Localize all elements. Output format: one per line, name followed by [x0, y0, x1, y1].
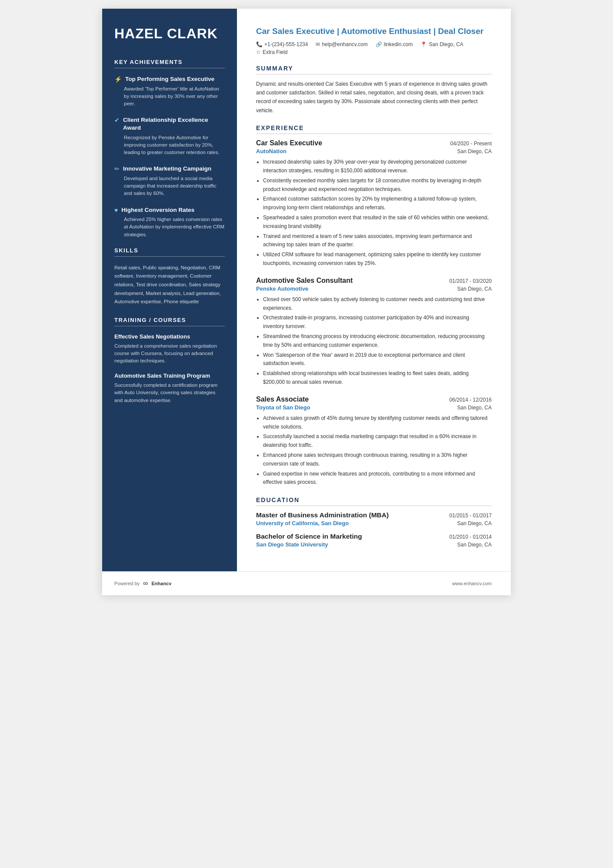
experience-divider [256, 134, 492, 134]
experience-block: Automotive Sales Consultant 01/2017 - 03… [256, 277, 492, 387]
edu-dates: 01/2015 - 01/2017 [450, 513, 492, 519]
bullet-item: Utilized CRM software for lead managemen… [263, 251, 492, 268]
exp-bullets: Increased dealership sales by 30% year-o… [256, 158, 492, 268]
brand-name: Enhancv [152, 581, 172, 586]
achievement-title: Top Performing Sales Executive [125, 75, 214, 83]
achievement-desc: Achieved 25% higher sales conversion rat… [114, 216, 225, 238]
achievement-item: ✔ Client Relationship Excellence Award R… [114, 116, 225, 156]
training-section-title: TRAINING / COURSES [114, 317, 225, 323]
bullet-item: Achieved a sales growth of 45% during te… [263, 414, 492, 432]
skills-divider [114, 256, 225, 257]
enhancv-logo-icon: ∞ [143, 580, 148, 587]
achievements-section-title: KEY ACHIEVEMENTS [114, 59, 225, 65]
achievement-desc: Developed and launched a social media ca… [114, 175, 225, 198]
phone-contact: 📞 +1-(234)-555-1234 [256, 41, 308, 47]
exp-dates: 04/2020 - Present [450, 141, 492, 147]
achievement-desc: Awarded 'Top Performer' title at AutoNat… [114, 85, 225, 108]
job-title: Car Sales Executive | Automotive Enthusi… [256, 26, 492, 37]
email-text: help@enhancv.com [322, 41, 367, 47]
training-list: Effective Sales Negotiations Completed a… [114, 333, 225, 404]
edu-degree: Master of Business Administration (MBA) [256, 511, 389, 519]
contact-row: 📞 +1-(234)-555-1234 ✉ help@enhancv.com 🔗… [256, 41, 492, 47]
summary-title: SUMMARY [256, 65, 492, 72]
phone-text: +1-(234)-555-1234 [264, 41, 308, 47]
sidebar: HAZEL CLARK KEY ACHIEVEMENTS ⚡ Top Perfo… [102, 9, 237, 571]
edu-dates: 01/2010 - 01/2014 [450, 534, 492, 540]
achievement-item: ✏ Innovative Marketing Campaign Develope… [114, 165, 225, 197]
experience-title: EXPERIENCE [256, 124, 492, 131]
edu-school: University of California, San Diego [256, 520, 349, 526]
training-title: Effective Sales Negotiations [114, 333, 225, 341]
bullet-item: Enhanced customer satisfaction scores by… [263, 195, 492, 212]
achievement-item: ⚡ Top Performing Sales Executive Awarded… [114, 75, 225, 107]
exp-job-title: Car Sales Executive [256, 139, 322, 147]
education-block: Bachelor of Science in Marketing 01/2010… [256, 533, 492, 548]
achievement-title: Innovative Marketing Campaign [123, 165, 211, 173]
achievement-item: ♥ Highest Conversion Rates Achieved 25% … [114, 206, 225, 238]
main-content: Car Sales Executive | Automotive Enthusi… [237, 9, 511, 571]
footer-left: Powered by ∞ Enhancv [114, 580, 171, 587]
exp-company: AutoNation [256, 148, 287, 154]
candidate-name: HAZEL CLARK [114, 26, 225, 41]
training-title: Automotive Sales Training Program [114, 372, 225, 380]
linkedin-icon: 🔗 [376, 41, 382, 47]
bullet-item: Streamlined the financing process by int… [263, 332, 492, 350]
bullet-item: Trained and mentored a team of 5 new sal… [263, 232, 492, 250]
exp-company: Toyota of San Diego [256, 404, 310, 411]
powered-by-label: Powered by [114, 581, 140, 586]
email-contact: ✉ help@enhancv.com [316, 41, 367, 47]
achievements-list: ⚡ Top Performing Sales Executive Awarded… [114, 75, 225, 238]
edu-location: San Diego, CA [457, 542, 492, 548]
location-contact: 📍 San Diego, CA [420, 41, 463, 47]
linkedin-contact: 🔗 linkedin.com [376, 41, 413, 47]
bullet-item: Successfully launched a social media mar… [263, 432, 492, 450]
achievement-icon: ✔ [114, 117, 120, 124]
summary-divider [256, 74, 492, 74]
location-text: San Diego, CA [429, 41, 463, 47]
exp-dates: 01/2017 - 03/2020 [450, 278, 492, 284]
edu-degree: Bachelor of Science in Marketing [256, 533, 362, 540]
skills-text: Retail sales, Public speaking, Negotiati… [114, 264, 225, 306]
experience-list: Car Sales Executive 04/2020 - Present Au… [256, 139, 492, 487]
bullet-item: Spearheaded a sales promotion event that… [263, 214, 492, 231]
exp-job-title: Sales Associate [256, 395, 309, 403]
education-title: EDUCATION [256, 496, 492, 503]
linkedin-text: linkedin.com [384, 41, 413, 47]
location-icon: 📍 [420, 41, 427, 47]
bullet-item: Won 'Salesperson of the Year' award in 2… [263, 351, 492, 369]
exp-dates: 06/2014 - 12/2016 [450, 397, 492, 403]
achievement-icon: ⚡ [114, 76, 122, 83]
training-item: Automotive Sales Training Program Succes… [114, 372, 225, 404]
training-desc: Successfully completed a certification p… [114, 382, 225, 404]
exp-location: San Diego, CA [457, 405, 492, 411]
bullet-item: Consistently exceeded monthly sales targ… [263, 177, 492, 194]
training-divider [114, 326, 225, 326]
footer: Powered by ∞ Enhancv www.enhancv.com [102, 571, 511, 595]
skills-section-title: SKILLS [114, 247, 225, 254]
experience-block: Car Sales Executive 04/2020 - Present Au… [256, 139, 492, 268]
achievements-divider [114, 68, 225, 68]
achievement-icon: ♥ [114, 207, 118, 214]
achievement-title: Highest Conversion Rates [121, 206, 194, 214]
extra-field-text: Extra Field [263, 49, 287, 55]
bullet-item: Orchestrated trade-in programs, increasi… [263, 314, 492, 331]
education-block: Master of Business Administration (MBA) … [256, 511, 492, 526]
training-desc: Completed a comprehensive sales negotiat… [114, 342, 225, 365]
training-item: Effective Sales Negotiations Completed a… [114, 333, 225, 365]
exp-location: San Diego, CA [457, 148, 492, 154]
bullet-item: Enhanced phone sales techniques through … [263, 451, 492, 469]
exp-bullets: Closed over 500 vehicle sales by activel… [256, 295, 492, 387]
bullet-item: Gained expertise in new vehicle features… [263, 470, 492, 487]
experience-block: Sales Associate 06/2014 - 12/2016 Toyota… [256, 395, 492, 487]
edu-school: San Diego State University [256, 541, 328, 548]
exp-location: San Diego, CA [457, 286, 492, 292]
star-icon: ☆ [256, 49, 261, 55]
achievement-icon: ✏ [114, 165, 120, 172]
footer-website: www.enhancv.com [452, 581, 492, 586]
phone-icon: 📞 [256, 41, 263, 47]
exp-bullets: Achieved a sales growth of 45% during te… [256, 414, 492, 487]
exp-job-title: Automotive Sales Consultant [256, 277, 353, 285]
email-icon: ✉ [316, 41, 320, 47]
exp-company: Penske Automotive [256, 285, 308, 292]
bullet-item: Closed over 500 vehicle sales by activel… [263, 295, 492, 313]
